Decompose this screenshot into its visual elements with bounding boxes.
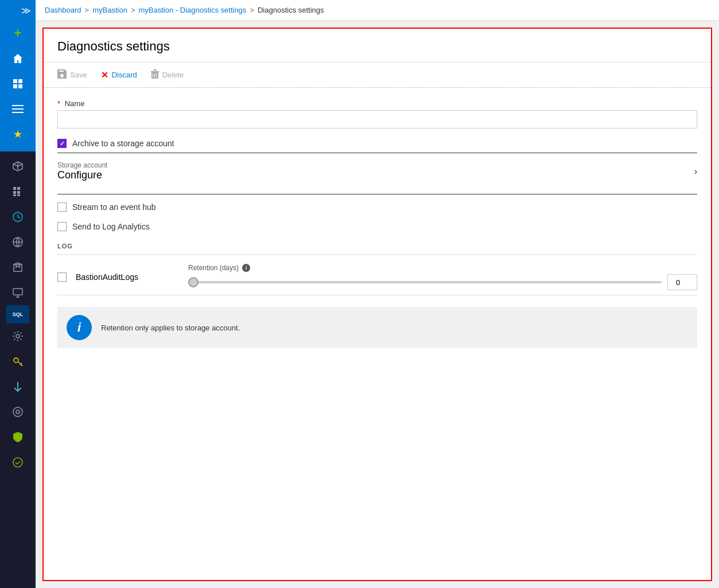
svg-rect-8: [17, 187, 20, 190]
svg-point-18: [14, 358, 18, 363]
svg-point-20: [16, 410, 20, 414]
bastion-audit-logs-checkbox[interactable]: [57, 272, 67, 282]
content-panel: Diagnostics settings Save ✕ Discard Dele…: [42, 28, 712, 581]
svg-rect-12: [17, 194, 20, 196]
svg-rect-0: [13, 79, 17, 83]
retention-info-icon[interactable]: i: [242, 264, 250, 272]
form-area: * Name Archive to a storage account Stor…: [44, 88, 711, 360]
svg-rect-5: [12, 108, 24, 110]
discard-label: Discard: [112, 71, 137, 79]
svg-rect-9: [13, 191, 16, 194]
log-section: LOG BastionAuditLogs Retention (days) i: [57, 243, 697, 295]
storage-account-label: Storage account: [57, 161, 107, 169]
main-area: Dashboard > myBastion > myBastion - Diag…: [36, 0, 719, 588]
dial-icon[interactable]: [4, 399, 32, 425]
name-field-label: * Name: [57, 99, 697, 108]
package-icon[interactable]: [4, 255, 32, 280]
favorites-icon[interactable]: ★: [4, 122, 32, 147]
slider-row: 0: [188, 274, 697, 290]
retention-group: Retention (days) i 0: [188, 264, 697, 290]
archive-checkbox[interactable]: [57, 139, 67, 148]
arrow-down-icon[interactable]: [4, 374, 32, 399]
archive-label[interactable]: Archive to a storage account: [72, 139, 174, 148]
grid-icon[interactable]: [4, 179, 32, 204]
info-banner: i Retention only applies to storage acco…: [57, 307, 697, 348]
log-analytics-row: Send to Log Analytics: [57, 222, 697, 231]
svg-rect-16: [13, 289, 22, 295]
stream-event-hub-checkbox[interactable]: [57, 203, 67, 212]
shield-icon[interactable]: [4, 425, 32, 450]
breadcrumb-sep-2: >: [131, 6, 135, 14]
key-icon[interactable]: [4, 349, 32, 374]
retention-slider-thumb[interactable]: [188, 277, 199, 287]
log-section-header: LOG: [57, 243, 697, 250]
sidebar-lower: SQL: [0, 151, 36, 588]
indicator-icon[interactable]: [4, 450, 32, 475]
storage-section: Storage account Configure ›: [57, 159, 697, 184]
breadcrumb-dashboard[interactable]: Dashboard: [45, 6, 81, 14]
name-input[interactable]: [57, 110, 697, 128]
info-icon: i: [67, 315, 92, 340]
svg-rect-6: [12, 112, 24, 113]
storage-divider: [57, 194, 697, 194]
globe-icon[interactable]: [4, 229, 32, 255]
breadcrumb-sep-3: >: [250, 6, 254, 14]
svg-point-17: [16, 334, 20, 338]
log-analytics-label[interactable]: Send to Log Analytics: [72, 222, 150, 231]
svg-rect-11: [13, 194, 16, 196]
breadcrumb-sep-1: >: [85, 6, 90, 14]
svg-rect-3: [18, 84, 22, 88]
panel-header: Diagnostics settings: [44, 29, 711, 63]
delete-icon: [151, 69, 159, 80]
save-icon: [57, 69, 67, 80]
menu-icon[interactable]: [4, 96, 32, 122]
page-title: Diagnostics settings: [57, 39, 697, 54]
delete-label: Delete: [162, 71, 184, 79]
breadcrumb-diagnostics-settings-link[interactable]: myBastion - Diagnostics settings: [139, 6, 247, 14]
svg-rect-7: [13, 187, 16, 190]
archive-divider: [57, 153, 697, 153]
sql-icon[interactable]: SQL: [6, 305, 29, 324]
storage-info: Storage account Configure: [57, 161, 107, 181]
delete-button[interactable]: Delete: [151, 68, 184, 81]
svg-rect-1: [18, 79, 22, 83]
clock-icon[interactable]: [4, 204, 32, 229]
monitor-icon[interactable]: [4, 280, 32, 305]
discard-icon: ✕: [101, 70, 108, 80]
svg-point-21: [13, 458, 22, 467]
cube-icon[interactable]: [4, 154, 32, 179]
log-analytics-checkbox[interactable]: [57, 222, 67, 231]
bastion-audit-logs-label: BastionAuditLogs: [76, 272, 179, 282]
breadcrumb-current: Diagnostics settings: [258, 6, 324, 14]
svg-point-19: [13, 407, 22, 416]
retention-slider-track: [188, 281, 662, 283]
sidebar: ≫ + ★ SQL: [0, 0, 36, 588]
stream-event-hub-row: Stream to an event hub: [57, 203, 697, 212]
svg-rect-2: [13, 84, 17, 88]
home-icon[interactable]: [4, 46, 32, 71]
save-button[interactable]: Save: [57, 68, 87, 81]
log-row: BastionAuditLogs Retention (days) i 0: [57, 259, 697, 295]
svg-rect-15: [14, 264, 22, 271]
new-resource-button[interactable]: +: [4, 21, 32, 46]
breadcrumb-mybastion[interactable]: myBastion: [92, 6, 127, 14]
svg-rect-4: [12, 105, 24, 106]
info-banner-text: Retention only applies to storage accoun…: [101, 324, 240, 332]
storage-configure-row[interactable]: Storage account Configure ›: [57, 159, 697, 184]
log-section-divider: [57, 254, 697, 255]
svg-rect-10: [17, 191, 20, 194]
dashboard-icon[interactable]: [4, 71, 32, 96]
stream-event-hub-label[interactable]: Stream to an event hub: [72, 203, 156, 212]
gear-icon[interactable]: [4, 324, 32, 349]
sidebar-top: ≫ + ★: [0, 0, 36, 151]
collapse-sidebar-button[interactable]: ≫: [0, 0, 36, 21]
retention-value-input[interactable]: 0: [667, 274, 697, 290]
toolbar: Save ✕ Discard Delete: [44, 63, 711, 88]
breadcrumb: Dashboard > myBastion > myBastion - Diag…: [36, 0, 719, 21]
discard-button[interactable]: ✕ Discard: [101, 69, 137, 81]
required-indicator: *: [57, 99, 60, 108]
storage-configure-text: Configure: [57, 169, 107, 181]
retention-label: Retention (days): [188, 264, 239, 272]
storage-chevron-icon: ›: [694, 166, 697, 177]
save-label: Save: [70, 71, 87, 79]
